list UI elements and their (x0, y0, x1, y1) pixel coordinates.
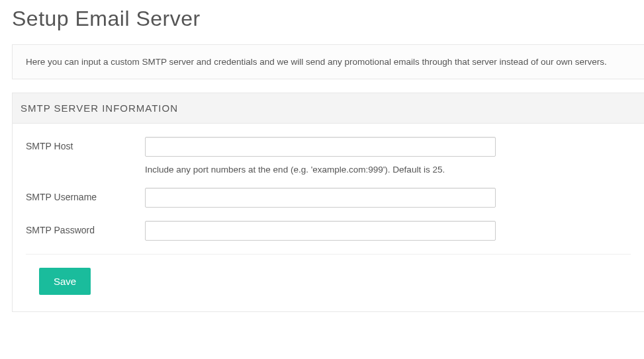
smtp-password-input[interactable] (145, 221, 496, 241)
form-row-smtp-password: SMTP Password (26, 221, 631, 241)
page-title: Setup Email Server (0, 0, 644, 44)
smtp-username-input[interactable] (145, 188, 496, 208)
button-row: Save (26, 268, 631, 295)
smtp-password-label: SMTP Password (26, 221, 145, 235)
smtp-host-help: Include any port numbers at the end (e.g… (145, 165, 631, 175)
smtp-host-control: Include any port numbers at the end (e.g… (145, 137, 631, 175)
panel-header: SMTP SERVER INFORMATION (13, 93, 644, 124)
smtp-username-control (145, 188, 631, 208)
intro-info-box: Here you can input a custom SMTP server … (12, 44, 644, 79)
smtp-host-input[interactable] (145, 137, 496, 157)
smtp-host-label: SMTP Host (26, 137, 145, 151)
panel-body: SMTP Host Include any port numbers at th… (13, 124, 644, 311)
form-row-smtp-username: SMTP Username (26, 188, 631, 208)
smtp-username-label: SMTP Username (26, 188, 145, 202)
form-row-smtp-host: SMTP Host Include any port numbers at th… (26, 137, 631, 175)
save-button[interactable]: Save (39, 268, 91, 295)
smtp-password-control (145, 221, 631, 241)
form-divider (26, 254, 631, 255)
smtp-panel: SMTP SERVER INFORMATION SMTP Host Includ… (12, 93, 644, 312)
